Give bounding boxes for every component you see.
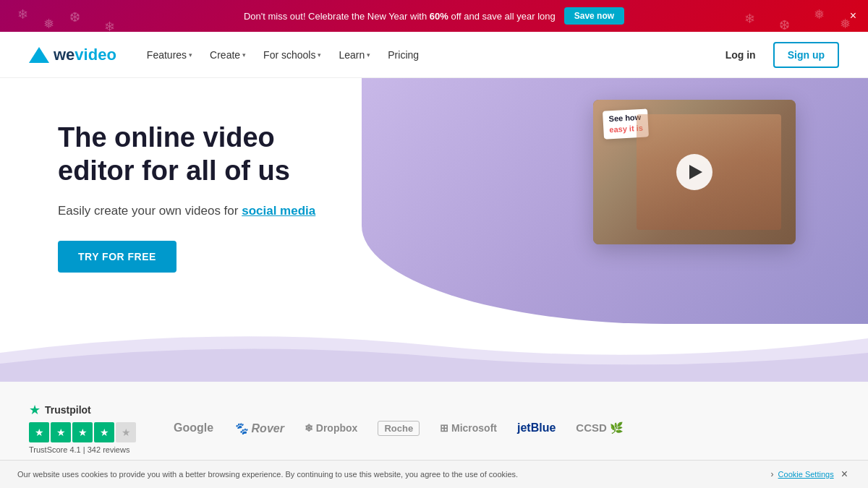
hero-video-thumbnail[interactable]: See how easy it is [593, 100, 796, 244]
banner-close-button[interactable]: × [850, 9, 856, 22]
video-preview: See how easy it is [593, 100, 796, 244]
chevron-down-icon: ▾ [318, 51, 321, 59]
nav-features[interactable]: Features ▾ [140, 43, 200, 67]
try-for-free-button[interactable]: TRY FOR FREE [58, 241, 176, 273]
star-5: ★ [116, 422, 136, 442]
google-logo: Google [174, 421, 213, 435]
promotional-banner: ❄ ❅ ❆ ❄ ❅ ❆ ❄ ❅ Don't miss out! Celebrat… [0, 0, 868, 32]
nav-for-schools[interactable]: For schools ▾ [256, 43, 328, 67]
cookie-banner: Our website uses cookies to provide you … [0, 460, 868, 488]
nav-links: Features ▾ Create ▾ For schools ▾ Learn … [140, 43, 717, 67]
star-1: ★ [29, 422, 49, 442]
banner-text: Don't miss out! Celebrate the New Year w… [244, 11, 556, 22]
cookie-text: Our website uses cookies to provide you … [17, 470, 518, 479]
roche-logo: Roche [378, 421, 420, 436]
logo-text: wevideo [54, 46, 116, 64]
chevron-down-icon: ▾ [189, 51, 192, 59]
trustpilot-widget: ★ Trustpilot ★ ★ ★ ★ ★ TrustScore 4.1 | … [29, 402, 145, 454]
hero-title: The online video editor for all of us [58, 121, 347, 187]
signup-button[interactable]: Sign up [773, 42, 839, 68]
trustpilot-score: TrustScore 4.1 | 342 reviews [29, 445, 145, 454]
nav-auth: Log in Sign up [717, 42, 839, 68]
social-media-link[interactable]: social media [242, 204, 315, 218]
nav-create[interactable]: Create ▾ [203, 43, 253, 67]
trustpilot-stars: ★ ★ ★ ★ ★ [29, 422, 145, 442]
chevron-down-icon: ▾ [367, 51, 370, 59]
trustpilot-name: Trustpilot [45, 404, 91, 416]
wave-divider [0, 324, 868, 382]
chevron-down-icon: ▾ [242, 51, 246, 59]
play-icon [689, 165, 702, 179]
jetblue-logo: jetBlue [517, 421, 556, 435]
microsoft-logo: ⊞ Microsoft [440, 422, 497, 434]
play-button[interactable] [676, 154, 712, 190]
hero-subtitle: Easily create your own videos for social… [58, 202, 347, 221]
hero-section: The online video editor for all of us Ea… [0, 78, 868, 324]
ccsd-logo: CCSD 🌿 [576, 421, 624, 435]
star-4: ★ [94, 422, 114, 442]
hero-content: The online video editor for all of us Ea… [0, 78, 405, 316]
star-2: ★ [51, 422, 71, 442]
dropbox-logo: ❄ Dropbox [305, 422, 357, 434]
cookie-close-button[interactable]: × [838, 468, 851, 481]
main-nav: wevideo Features ▾ Create ▾ For schools … [0, 32, 868, 78]
banner-cta-button[interactable]: Save now [564, 7, 624, 25]
cookie-settings-link[interactable]: Cookie Settings [778, 470, 834, 479]
rover-logo: 🐾 Rover [234, 421, 284, 435]
trustpilot-star-icon: ★ [29, 402, 41, 418]
login-button[interactable]: Log in [717, 43, 765, 67]
cookie-chevron-icon: › [771, 469, 774, 479]
trustpilot-header: ★ Trustpilot [29, 402, 145, 418]
star-3: ★ [72, 422, 93, 442]
partner-logos: Google 🐾 Rover ❄ Dropbox Roche ⊞ Microso… [174, 421, 839, 436]
logo-triangle-icon [29, 47, 49, 63]
logo[interactable]: wevideo [29, 46, 116, 64]
nav-learn[interactable]: Learn ▾ [331, 43, 378, 67]
nav-pricing[interactable]: Pricing [380, 43, 426, 67]
